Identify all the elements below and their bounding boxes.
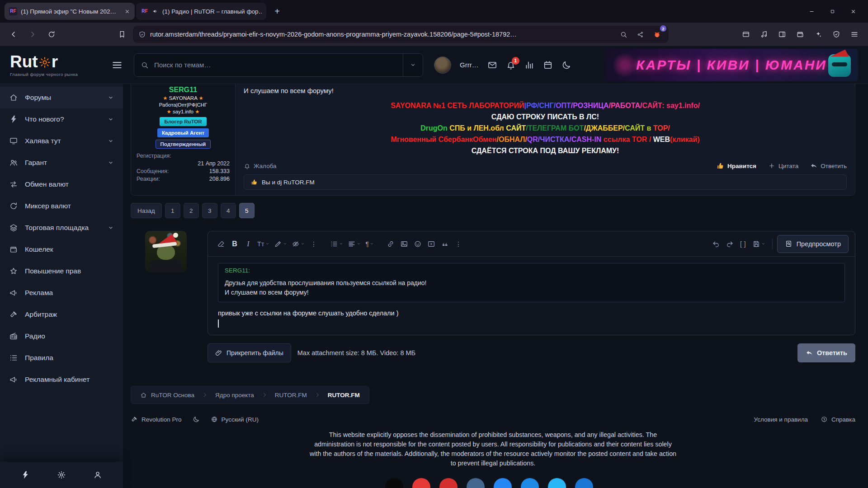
notifications-bell-icon[interactable]: 1 [506,60,516,70]
breadcrumb-item-root[interactable]: RuTOR Основа [133,386,202,404]
social-link[interactable] [521,478,539,488]
tab-close-icon[interactable] [124,9,130,14]
italic-button[interactable]: I [241,236,255,252]
pagination-page-5-current[interactable]: 5 [239,203,255,218]
address-bar[interactable]: rutor.amsterdam/threads/pryamoi-efir-s-n… [133,26,669,43]
theme-toggle[interactable] [193,416,200,423]
sidebar-item-wallet[interactable]: Кошелек [0,239,123,260]
text-effects-button[interactable] [289,236,307,252]
sidebar-item-currency-exchange[interactable]: Обмен валют [0,174,123,195]
social-link[interactable] [412,478,430,488]
signature-line[interactable]: SAYONARA №1 СЕТЬ ЛАБОРАТОРИЙ|РФ/СНГ/ОПТ/… [244,100,847,111]
pagination-page-1[interactable]: 1 [165,203,180,218]
share-icon[interactable] [634,28,646,41]
sidebar-hamburger-icon[interactable] [111,59,123,71]
list-button[interactable] [328,236,345,252]
music-note-icon[interactable] [756,26,772,42]
pagination-page-3[interactable]: 3 [202,203,217,218]
search-bar[interactable] [134,53,423,77]
pagination-page-4[interactable]: 4 [221,203,236,218]
style-chooser[interactable]: Revolution Pro [131,416,182,423]
back-button[interactable] [5,26,22,42]
insert-link-button[interactable] [384,236,397,252]
sidebar-item-rank-upgrade[interactable]: Повышение прав [0,260,123,282]
account-icon[interactable] [93,470,102,479]
search-input[interactable] [149,61,403,69]
more-insert-options-button[interactable]: ⋮ [452,236,465,252]
forward-button[interactable] [24,26,41,42]
sparkles-icon[interactable] [810,26,826,42]
insert-media-button[interactable] [425,236,438,252]
pagination-page-2[interactable]: 2 [184,203,199,218]
close-window-button[interactable] [843,0,863,23]
reply-link[interactable]: Ответить [810,162,847,169]
bbcode-button[interactable]: [ ] [736,236,750,252]
messages-icon[interactable] [487,60,497,70]
sidebar-item-freebies[interactable]: Халява тут [0,130,123,152]
bold-button[interactable]: B [228,236,241,252]
attach-files-button[interactable]: Прикрепить файлы [208,343,291,362]
browser-tab-radio[interactable]: RF (1) Радио | RuTOR – главный фор… [136,3,266,20]
sidebar-item-currency-mixer[interactable]: Миксер валют [0,195,123,217]
submit-reply-button[interactable]: Ответить [797,343,855,362]
sidebar-item-ad-cabinet[interactable]: Рекламный кабинет [0,369,123,390]
brave-shields-lion-icon[interactable]: 2 [651,28,663,41]
calendar-icon[interactable] [543,60,553,70]
more-text-options-button[interactable]: ⋮ [307,236,321,252]
social-link[interactable] [467,478,485,488]
social-link[interactable] [575,478,593,488]
sidebar-item-guarantor[interactable]: Гарант [0,152,123,174]
terms-link[interactable]: Условия и правила [754,416,808,423]
zoom-icon[interactable] [617,28,630,41]
font-size-button[interactable]: Tт [255,236,272,252]
card-icon[interactable] [738,26,754,42]
wallet-icon[interactable] [792,26,808,42]
sidebar-item-forums[interactable]: Форумы [0,87,123,108]
breadcrumb-item-current[interactable]: RUTOR.FM [321,386,367,404]
social-link[interactable] [385,478,403,488]
like-button[interactable]: Нравится [716,162,756,170]
author-username[interactable]: SERG11 [137,86,230,94]
ad-banner[interactable]: КАРТЫ | КИВИ | ЮМАНИ [605,49,858,81]
text-color-button[interactable] [272,236,289,252]
reactions-bar[interactable]: Вы и dj RuTOR.FM [244,174,847,190]
sidebar-item-advertising[interactable]: Реклама [0,282,123,304]
search-options-dropdown[interactable] [403,54,423,76]
remove-format-button[interactable] [214,236,228,252]
report-link[interactable]: Жалоба [244,163,277,169]
signature-line[interactable]: Мгновенный СбербанкОбмен/ОБНАЛ/QR/ЧИСТКА… [244,134,847,145]
username-label[interactable]: Grrr… [460,61,479,69]
settings-gear-icon[interactable] [57,470,66,479]
drafts-button[interactable] [750,236,768,252]
redo-button[interactable] [723,236,736,252]
bookmark-button[interactable] [114,26,130,42]
social-link[interactable] [548,478,566,488]
sidebar-item-rules[interactable]: Правила [0,347,123,369]
maximize-button[interactable] [822,0,843,23]
social-link[interactable] [439,478,458,488]
browser-tab-live-stream[interactable]: RF (1) Прямой эфир "С Новым 202… [5,3,135,20]
insert-emoji-button[interactable] [411,236,425,252]
alignment-button[interactable] [345,236,363,252]
new-tab-button[interactable]: + [270,4,284,19]
site-logo[interactable]: Rut r Главный форум черного рынка [10,53,100,77]
reply-avatar[interactable] [145,231,187,272]
quick-actions-icon[interactable] [21,470,30,479]
language-chooser[interactable]: Русский (RU) [211,416,259,423]
pagination-back-button[interactable]: Назад [131,203,162,218]
quote-button[interactable]: Цитата [768,162,798,169]
help-link[interactable]: Справка [821,416,855,423]
site-permissions-icon[interactable] [138,31,146,38]
signature-line[interactable]: DrugOn СПБ и ЛЕН.обл САЙТ/ТЕЛЕГРАМ БОТ/Д… [244,122,847,134]
browser-menu-icon[interactable] [846,26,863,42]
user-avatar[interactable] [434,56,451,74]
minimize-button[interactable] [801,0,822,23]
vpn-shield-icon[interactable] [828,26,844,42]
undo-button[interactable] [709,236,723,252]
insert-quote-button[interactable] [438,236,452,252]
stats-chart-icon[interactable] [524,60,534,70]
sidebar-item-whats-new[interactable]: Что нового? [0,108,123,130]
reload-button[interactable] [43,26,60,42]
preview-button[interactable]: Предпросмотр [777,235,849,253]
insert-image-button[interactable] [397,236,411,252]
